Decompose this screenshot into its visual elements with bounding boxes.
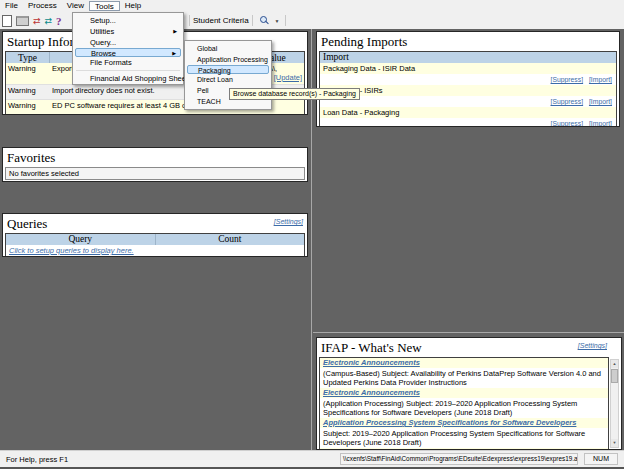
- menu-help[interactable]: Help: [120, 0, 146, 12]
- panel-title: IFAP - What's New: [317, 338, 621, 357]
- menu-item-global[interactable]: Global: [187, 43, 269, 54]
- ifap-feed: Electronic Announcements (Campus-Based) …: [319, 357, 609, 450]
- help-icon: ?: [56, 15, 62, 27]
- favorites-empty-row: No favorites selected: [5, 167, 305, 180]
- status-bar: For Help, press F1 \\cxenfs\Staff\FinAid…: [0, 450, 624, 468]
- column-header-count: Count: [156, 234, 305, 245]
- new-document-button[interactable]: [0, 14, 14, 28]
- favorites-panel: Favorites No favorites selected: [2, 147, 308, 182]
- import-link[interactable]: [Import]: [589, 120, 612, 127]
- toolbar-separator: [252, 15, 253, 26]
- help-button[interactable]: ?: [54, 14, 64, 28]
- warning-type: Warning: [6, 100, 50, 115]
- menu-item-direct-loan[interactable]: Direct Loan: [187, 74, 269, 85]
- submenu-arrow-icon: ▶: [173, 26, 177, 37]
- menu-item-utilities[interactable]: Utilities▶: [75, 26, 181, 37]
- ifap-scrollbar[interactable]: ▲ ▼: [610, 359, 619, 448]
- horizontal-splitter[interactable]: [313, 332, 624, 333]
- panel-title: Queries: [3, 214, 307, 233]
- pending-import-actions: [Suppress] [Import]: [320, 96, 616, 107]
- toolbar-separator: [189, 15, 190, 26]
- warning-type: Warning: [6, 63, 50, 84]
- import-link[interactable]: [Import]: [589, 98, 612, 105]
- menu-bar: File Process View Tools Help: [0, 0, 624, 12]
- ifap-entry-text: (Campus-Based) Subject: Availability of …: [320, 368, 608, 388]
- ifap-settings-link[interactable]: [Settings]: [578, 342, 607, 349]
- queries-table-header: Query Count: [6, 234, 304, 245]
- menu-item-browse[interactable]: Browse▶: [75, 48, 181, 57]
- menu-item-packaging[interactable]: Packaging: [187, 65, 269, 74]
- search-icon: [260, 16, 269, 25]
- pending-imports-table: Import Packaging Data - ISIR Data [Suppr…: [319, 51, 617, 127]
- menu-item-file-formats[interactable]: File Formats: [75, 57, 181, 68]
- search-dropdown-arrow-icon[interactable]: ▼: [275, 18, 280, 24]
- status-num-indicator: NUM: [584, 453, 618, 465]
- pending-imports-panel: Pending Imports Import Packaging Data - …: [316, 31, 620, 127]
- ifap-entry-text: Subject: 2019–2020 Application Processin…: [320, 428, 608, 448]
- scroll-up-icon[interactable]: ▲: [611, 360, 618, 368]
- ifap-entry-link[interactable]: Electronic Announcements: [323, 388, 420, 397]
- tools-menu: Setup... Utilities▶ Query... Browse▶ Fil…: [72, 12, 184, 85]
- print-button[interactable]: [14, 14, 31, 28]
- panel-title: Pending Imports: [317, 32, 619, 51]
- browse-packaging-tooltip: Browse database record(s) - Packaging: [229, 88, 360, 100]
- menu-item-application-processing[interactable]: Application Processing: [187, 54, 269, 65]
- queries-panel: Queries [Settings] Query Count Click to …: [2, 213, 308, 257]
- import-link[interactable]: [Import]: [589, 76, 612, 83]
- scrollbar-thumb[interactable]: [611, 369, 618, 383]
- column-header-type: Type: [6, 52, 50, 63]
- pending-import-name: Packaging Data - ISIR Data: [320, 63, 616, 74]
- ifap-entry-link[interactable]: Application Processing System Specificat…: [323, 418, 576, 427]
- print-icon: [16, 16, 29, 26]
- ifap-whats-new-panel: IFAP - What's New [Settings] Electronic …: [316, 337, 622, 450]
- import-data-button[interactable]: ⇄: [43, 14, 55, 28]
- queries-table: Query Count Click to setup queries to di…: [5, 233, 305, 257]
- panel-title: Favorites: [3, 148, 307, 167]
- search-button[interactable]: [256, 14, 273, 28]
- ifap-entry-text: (Application Processing) Subject: 2019–2…: [320, 398, 608, 418]
- menu-view[interactable]: View: [62, 0, 89, 12]
- suppress-link[interactable]: [Suppress]: [551, 98, 584, 105]
- menu-item-query[interactable]: Query...: [75, 37, 181, 48]
- suppress-link[interactable]: [Suppress]: [551, 120, 584, 127]
- menu-item-financial-aid-shopping-sheet[interactable]: Financial Aid Shopping Sheet: [75, 73, 181, 84]
- status-help-text: For Help, press F1: [6, 455, 68, 464]
- ifap-entry-link[interactable]: Electronic Announcements: [323, 358, 420, 367]
- menu-separator: [76, 70, 180, 71]
- pending-import-actions: [Suppress] [Import]: [320, 74, 616, 85]
- pending-import-name: Loan Data - ISIRs: [320, 85, 616, 96]
- suppress-link[interactable]: [Suppress]: [551, 76, 584, 83]
- scroll-down-icon[interactable]: ▼: [611, 439, 618, 447]
- status-db-path: \\cxenfs\Staff\FinAid\Common\Programs\ED…: [340, 453, 578, 465]
- edexpress-window: File Process View Tools Help ⇄ ⇄ ? ▼ ‒ S…: [0, 0, 624, 469]
- student-criteria-label: Student Criteria: [193, 16, 249, 25]
- column-header-query: Query: [6, 234, 156, 245]
- toolbar-separator: [285, 15, 286, 26]
- queries-settings-link[interactable]: [Settings]: [274, 218, 303, 225]
- import-data-icon: ⇄: [45, 14, 53, 28]
- warning-type: Warning: [6, 85, 50, 99]
- setup-queries-link[interactable]: Click to setup queries to display here.: [9, 246, 134, 255]
- pending-import-actions: [Suppress] [Import]: [320, 118, 616, 127]
- menu-file[interactable]: File: [0, 0, 23, 12]
- menu-tools[interactable]: Tools: [89, 1, 120, 11]
- export-data-button[interactable]: ⇄: [31, 14, 43, 28]
- column-header-import: Import: [320, 52, 616, 63]
- update-link[interactable]: [Update]: [274, 73, 302, 82]
- new-document-icon: [2, 15, 12, 27]
- export-data-icon: ⇄: [33, 14, 41, 28]
- pending-import-name: Loan Data - Packaging: [320, 107, 616, 118]
- menu-item-setup[interactable]: Setup...: [75, 15, 181, 26]
- menu-process[interactable]: Process: [23, 0, 62, 12]
